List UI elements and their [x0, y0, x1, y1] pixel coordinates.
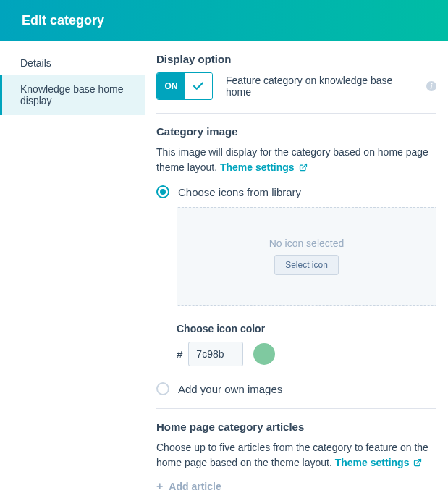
category-image-description: This image will display for the category…	[156, 145, 436, 175]
radio-label: Add your own images	[178, 383, 282, 395]
sidebar-item-label: Knowledge base home display	[20, 83, 123, 106]
sidebar-item-label: Details	[20, 57, 51, 69]
add-article-button[interactable]: + Add article	[156, 481, 436, 492]
page-header: Edit category	[0, 0, 448, 41]
add-article-label: Add article	[169, 481, 221, 492]
category-image-heading: Category image	[156, 125, 436, 138]
radio-icon	[156, 382, 169, 395]
plus-icon: +	[156, 481, 163, 492]
info-icon[interactable]: i	[426, 81, 436, 91]
hash-symbol: #	[177, 348, 182, 361]
icon-picker-box: No icon selected Select icon	[177, 207, 436, 306]
display-option-row: ON Feature category on knowledge base ho…	[156, 72, 436, 100]
check-icon	[185, 73, 212, 99]
display-option-heading: Display option	[156, 53, 436, 65]
radio-icons-library[interactable]: Choose icons from library	[156, 185, 436, 198]
divider	[156, 113, 436, 114]
radio-label: Choose icons from library	[178, 186, 301, 198]
select-icon-button[interactable]: Select icon	[274, 255, 339, 275]
body: Details Knowledge base home display Disp…	[0, 41, 448, 492]
articles-description: Choose up to five articles from the cate…	[156, 440, 436, 471]
color-swatch[interactable]	[253, 343, 275, 365]
external-link-icon	[299, 162, 308, 174]
sidebar-item-details[interactable]: Details	[0, 51, 145, 75]
svg-line-1	[417, 460, 421, 464]
external-link-icon	[413, 458, 422, 469]
sidebar: Details Knowledge base home display	[0, 41, 145, 492]
sidebar-item-kb-home-display[interactable]: Knowledge base home display	[0, 75, 145, 115]
icon-color-label: Choose icon color	[177, 323, 436, 334]
toggle-on-label: ON	[157, 73, 185, 99]
feature-toggle[interactable]: ON	[156, 72, 213, 100]
hex-input[interactable]	[188, 342, 243, 366]
radio-icon	[156, 185, 169, 198]
theme-settings-link[interactable]: Theme settings	[335, 457, 423, 468]
articles-heading: Home page category articles	[156, 421, 436, 433]
no-icon-text: No icon selected	[269, 237, 345, 249]
theme-settings-link[interactable]: Theme settings	[220, 161, 308, 173]
icon-color-row: #	[177, 342, 436, 366]
radio-own-images[interactable]: Add your own images	[156, 382, 436, 395]
divider	[156, 408, 436, 409]
page-title: Edit category	[22, 13, 104, 28]
feature-label: Feature category on knowledge base home	[226, 75, 420, 98]
svg-line-0	[303, 164, 307, 169]
main-panel: Display option ON Feature category on kn…	[145, 41, 448, 492]
